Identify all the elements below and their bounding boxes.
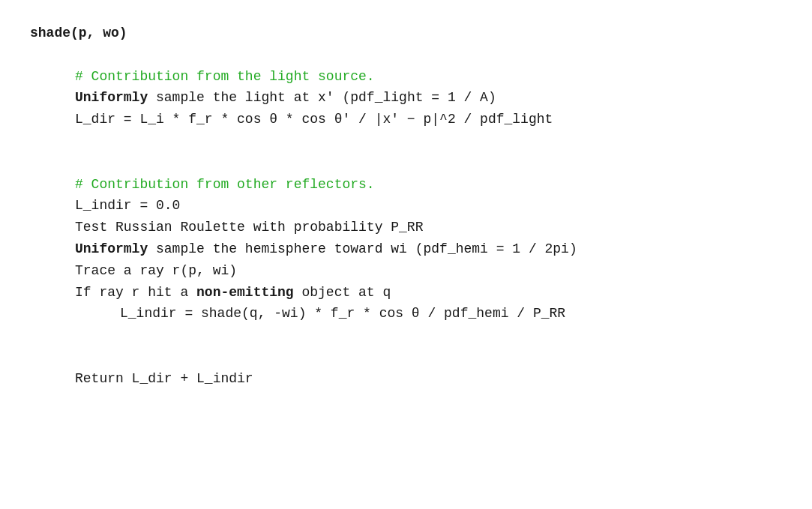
sample-hemisphere-text: sample the hemisphere toward wi (pdf_hem… (148, 241, 577, 256)
blank-line-5 (30, 346, 782, 368)
trace-ray: Trace a ray r(p, wi) (30, 260, 782, 282)
uniformly-sample-light: Uniformly sample the light at x' (pdf_li… (30, 87, 782, 109)
uniformly-sample-hemisphere: Uniformly sample the hemisphere toward w… (30, 238, 782, 260)
if-ray-post: object at q (294, 285, 391, 300)
trace-ray-text: Trace a ray r(p, wi) (75, 263, 237, 278)
code-block: shade(p, wo) # Contribution from the lig… (30, 22, 782, 390)
if-ray-pre: If ray r hit a (75, 285, 196, 300)
blank-line-2 (30, 130, 782, 152)
blank-line-1 (30, 44, 782, 66)
russian-roulette-text: Test Russian Roulette with probability P… (75, 220, 423, 235)
comment-other-reflectors: # Contribution from other reflectors. (30, 174, 782, 196)
russian-roulette: Test Russian Roulette with probability P… (30, 217, 782, 238)
uniformly-keyword-1: Uniformly (75, 90, 148, 105)
function-name: shade(p, wo) (30, 25, 127, 40)
l-dir-equation: L_dir = L_i * f_r * cos θ * cos θ′ / |x′… (30, 109, 782, 130)
blank-line-3 (30, 152, 782, 174)
return-text: Return L_dir + L_indir (75, 371, 253, 386)
l-indir-equation: L_indir = shade(q, -wi) * f_r * cos θ / … (30, 303, 782, 325)
l-dir-text: L_dir = L_i * f_r * cos θ * cos θ′ / |x′… (75, 112, 553, 127)
non-emitting-keyword: non-emitting (196, 285, 294, 300)
return-statement: Return L_dir + L_indir (30, 368, 782, 390)
blank-line-4 (30, 325, 782, 346)
l-indir-eq-text: L_indir = shade(q, -wi) * f_r * cos θ / … (120, 306, 565, 321)
l-indir-zero-text: L_indir = 0.0 (75, 198, 180, 213)
function-signature: shade(p, wo) (30, 22, 782, 44)
if-ray-hit: If ray r hit a non-emitting object at q (30, 282, 782, 304)
l-indir-zero: L_indir = 0.0 (30, 195, 782, 217)
comment-light-source: # Contribution from the light source. (30, 66, 782, 88)
uniformly-keyword-2: Uniformly (75, 241, 148, 256)
sample-light-text: sample the light at x' (pdf_light = 1 / … (148, 90, 496, 105)
